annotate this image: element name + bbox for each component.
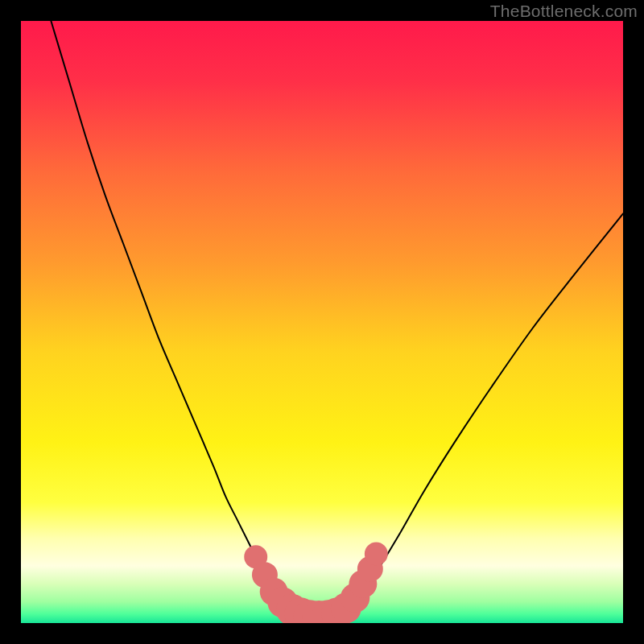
chart-svg [21, 21, 623, 623]
watermark-text: TheBottleneck.com [490, 2, 638, 21]
plot-area [21, 21, 623, 623]
highlight-dot [365, 543, 388, 566]
chart-frame: TheBottleneck.com [0, 0, 644, 644]
gradient-background [21, 21, 623, 623]
